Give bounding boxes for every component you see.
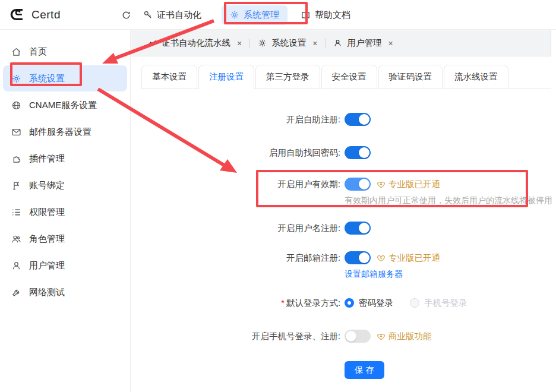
tab-third-party-login[interactable]: 第三方登录 <box>255 65 320 89</box>
app-header: Certd 证书自动化 <box>0 0 556 30</box>
switch-knob <box>346 331 356 342</box>
field-label: 启用自助找回密码: <box>131 146 340 159</box>
sidebar-item-cname-settings[interactable]: CNAME服务设置 <box>3 92 127 118</box>
sidebar-item-system-settings[interactable]: 系统设置 <box>3 65 127 91</box>
nav-label: 系统管理 <box>244 10 279 21</box>
form-row-self-register: 开启自助注册: <box>131 113 556 126</box>
close-icon[interactable]: × <box>237 39 242 48</box>
field-label: 开启用户有效期: <box>131 178 340 191</box>
register-settings-form: 开启自助注册: 启用自助找回密码: 开启用户有效期: <box>131 89 556 379</box>
key-icon <box>143 10 153 20</box>
nav-label: 帮助文档 <box>315 10 350 21</box>
team-icon <box>11 234 21 244</box>
form-row-phone-login: 开启手机号登录、注册: 商业版功能 <box>131 330 556 343</box>
sidebar: 首页 系统设置 CNAME服务设置 <box>0 30 131 392</box>
sidebar-item-label: CNAME服务设置 <box>29 100 97 111</box>
mail-icon <box>11 127 21 137</box>
field-help-text: 有效期内用户可正常使用，失效后用户的流水线将被停用 <box>345 194 552 206</box>
toggle-self-register[interactable] <box>345 113 371 126</box>
content-area: 证书自动化流水线 × 系统设置 × <box>131 30 556 392</box>
sidebar-item-label: 邮件服务器设置 <box>29 127 91 138</box>
pro-version-badge: 专业版已开通 <box>377 252 440 264</box>
form-row-email-register: 开启邮箱注册: 专业版已开通 <box>131 251 556 280</box>
switch-knob <box>359 179 369 189</box>
required-asterisk: * <box>281 298 285 308</box>
gear-icon <box>11 74 21 84</box>
list-icon <box>11 207 21 217</box>
nav-system-admin[interactable]: 系统管理 <box>222 5 288 25</box>
sidebar-item-mail-server[interactable]: 邮件服务器设置 <box>3 119 127 145</box>
vip-heart-icon <box>377 254 386 263</box>
sidebar-item-account-binding[interactable]: 账号绑定 <box>3 172 127 198</box>
toggle-phone-login[interactable] <box>345 330 371 343</box>
sidebar-item-label: 插件管理 <box>29 153 65 165</box>
sidebar-item-roles[interactable]: 角色管理 <box>3 226 127 252</box>
form-row-user-expiry: 开启用户有效期: 专业版已开通 <box>131 178 556 206</box>
refresh-icon <box>121 10 131 20</box>
field-label: 开启邮箱注册: <box>131 251 340 264</box>
switch-knob <box>359 147 369 158</box>
switch-knob <box>359 114 369 125</box>
field-label: 开启用户名注册: <box>131 222 340 235</box>
setup-mail-server-link[interactable]: 设置邮箱服务器 <box>345 268 403 280</box>
form-row-username-register: 开启用户名注册: <box>131 222 556 235</box>
nav-cert-automation[interactable]: 证书自动化 <box>137 10 207 21</box>
toggle-user-expiry[interactable] <box>345 178 371 191</box>
plugin-icon <box>11 154 21 164</box>
page-tab-pipeline[interactable]: 证书自动化流水线 × <box>140 37 249 49</box>
radio-unchecked-icon <box>410 298 419 308</box>
radio-label: 密码登录 <box>359 298 393 309</box>
badge-label: 专业版已开通 <box>388 252 440 264</box>
commercial-version-badge: 商业版功能 <box>377 331 432 342</box>
globe-icon <box>11 100 21 110</box>
close-icon[interactable]: × <box>388 39 393 48</box>
switch-knob <box>359 252 369 263</box>
gear-icon <box>230 10 239 20</box>
sidebar-item-home[interactable]: 首页 <box>3 39 127 65</box>
page-tab-users[interactable]: 用户管理 × <box>326 37 400 49</box>
sidebar-item-label: 用户管理 <box>29 260 65 271</box>
refresh-button[interactable] <box>115 10 137 20</box>
toggle-password-recovery[interactable] <box>345 146 371 159</box>
wrench-icon <box>11 287 21 298</box>
tab-pipeline-settings[interactable]: 流水线设置 <box>444 65 508 89</box>
switch-knob <box>359 223 369 233</box>
sidebar-item-label: 权限管理 <box>29 207 65 218</box>
page-tab-system-settings[interactable]: 系统设置 × <box>250 37 325 49</box>
certd-app: Certd 证书自动化 <box>0 0 556 392</box>
brand-name: Certd <box>31 8 61 21</box>
tab-security-settings[interactable]: 安全设置 <box>321 65 377 89</box>
certd-logo-icon <box>10 7 26 23</box>
vip-heart-icon <box>377 180 386 189</box>
close-icon[interactable]: × <box>312 39 317 48</box>
page-tab-label: 系统设置 <box>271 37 306 49</box>
badge-label: 专业版已开通 <box>388 179 440 190</box>
sidebar-item-permissions[interactable]: 权限管理 <box>3 199 127 225</box>
radio-phone-login[interactable]: 手机号登录 <box>410 298 467 309</box>
sidebar-item-network-test[interactable]: 网络测试 <box>3 279 127 305</box>
radio-password-login[interactable]: 密码登录 <box>345 298 393 309</box>
line-chart-icon <box>147 39 157 48</box>
user-icon <box>333 39 342 48</box>
brand[interactable]: Certd <box>0 7 61 23</box>
badge-label: 商业版功能 <box>388 331 432 342</box>
page-tab-label: 证书自动化流水线 <box>162 37 230 49</box>
save-button[interactable]: 保 存 <box>345 361 384 379</box>
toggle-username-register[interactable] <box>345 222 371 235</box>
sidebar-item-label: 账号绑定 <box>29 180 65 191</box>
radio-checked-icon <box>345 298 354 308</box>
tab-register-settings[interactable]: 注册设置 <box>198 65 254 89</box>
vip-heart-icon <box>377 332 386 341</box>
sidebar-item-plugins[interactable]: 插件管理 <box>3 146 127 172</box>
save-row: 保 存 <box>345 361 556 379</box>
home-icon <box>11 47 21 57</box>
field-label: 开启手机号登录、注册: <box>131 330 340 343</box>
pro-version-badge: 专业版已开通 <box>377 179 440 190</box>
tab-captcha-settings[interactable]: 验证码设置 <box>378 65 443 89</box>
nav-help-docs[interactable]: 帮助文档 <box>295 10 356 21</box>
sidebar-item-users[interactable]: 用户管理 <box>3 252 127 279</box>
sidebar-item-label: 系统设置 <box>29 73 65 84</box>
tab-basic-settings[interactable]: 基本设置 <box>141 65 197 89</box>
book-icon <box>301 10 311 20</box>
toggle-email-register[interactable] <box>345 251 371 264</box>
